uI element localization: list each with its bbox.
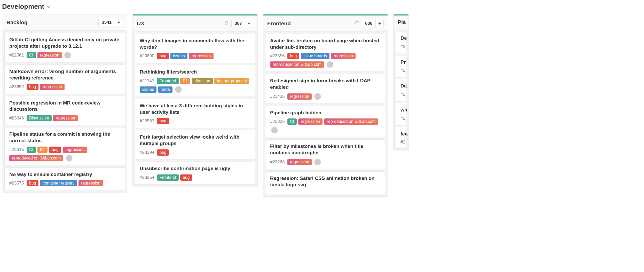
card-meta: #20890bugissuesregression — [140, 53, 250, 59]
board-column: UX387+Why don't images in comments flow … — [132, 14, 258, 187]
label[interactable]: regression — [53, 115, 78, 121]
issue-card[interactable]: Regression: Safari CSS animation broken … — [265, 171, 386, 194]
label[interactable]: regression — [78, 180, 103, 186]
issue-id: #23268 — [270, 159, 285, 165]
card-title: fea — [400, 131, 402, 137]
card-title: Filter by milestones is broken when titl… — [270, 143, 381, 156]
label[interactable]: regression — [63, 147, 87, 153]
caret-down-icon[interactable] — [47, 4, 50, 9]
issue-card[interactable]: fea#2 — [396, 127, 406, 149]
avatar[interactable] — [271, 127, 278, 133]
issue-card[interactable]: Rethinking filters/search#21747FrontendP… — [135, 65, 255, 97]
card-title: No way to enable container registry — [9, 171, 120, 178]
avatar[interactable] — [64, 52, 71, 59]
label[interactable]: CI — [287, 118, 297, 125]
card-title: Redesigned sign in form breaks with LDAP… — [270, 78, 381, 90]
issue-card[interactable]: Fork target selection view looks weird w… — [135, 130, 255, 159]
issue-card[interactable]: Possible regression in MR code-review di… — [4, 96, 125, 125]
avatar[interactable] — [314, 93, 321, 100]
label[interactable]: bug — [180, 174, 192, 181]
label[interactable]: bug — [287, 53, 300, 59]
label[interactable]: Frontend — [157, 174, 179, 181]
add-button[interactable]: + — [245, 19, 253, 28]
label[interactable]: meta — [158, 86, 172, 93]
issue-card[interactable]: Filter by milestones is broken when titl… — [265, 139, 386, 169]
card-title: Pr — [400, 59, 402, 66]
issue-card[interactable]: We have at least 3 different bolding sty… — [135, 99, 255, 128]
label[interactable]: regression — [40, 84, 65, 90]
issue-card[interactable]: Markdown error: wrong number of argument… — [4, 65, 125, 94]
label[interactable]: regression — [189, 53, 214, 59]
label[interactable]: CI — [27, 52, 36, 58]
issue-card[interactable]: De#2 — [396, 31, 406, 53]
issue-id: #23575 — [9, 181, 24, 186]
label[interactable]: Frontend — [157, 78, 179, 84]
column-body: Avatar link broken on board page when ho… — [263, 32, 388, 196]
label[interactable]: direction — [192, 78, 213, 84]
label[interactable]: reproduced on GitLab.com — [9, 155, 63, 161]
column-count: 636 — [362, 19, 376, 28]
issue-id: #22561 — [9, 53, 24, 58]
label[interactable]: regression — [287, 93, 312, 100]
issue-id: #20890 — [140, 53, 154, 59]
card-meta: #22561CIregression — [9, 52, 120, 59]
card-title: Pipeline graph hidden — [270, 110, 381, 116]
label[interactable]: bug — [157, 149, 169, 156]
issue-card[interactable]: Gitlab-CI getting Access denied only on … — [4, 33, 125, 62]
issue-id: #23646 — [9, 116, 24, 121]
issue-card[interactable]: Pipeline graph hidden#23325CIregressionr… — [265, 106, 386, 138]
add-button[interactable]: + — [115, 18, 123, 27]
avatar[interactable] — [327, 61, 333, 68]
label[interactable]: bug — [49, 147, 61, 153]
issue-card[interactable]: Why don't images in comments flow with t… — [135, 34, 255, 63]
issue-card[interactable]: No way to enable container registry#2357… — [4, 167, 125, 190]
board-title[interactable]: Development — [2, 3, 44, 11]
label[interactable]: CI — [27, 147, 36, 153]
column-title: Frontend — [267, 20, 355, 27]
label[interactable]: bug — [27, 180, 39, 186]
issue-card[interactable]: Pr#2 — [396, 55, 406, 77]
trash-icon[interactable] — [224, 20, 229, 27]
label[interactable]: feature proposal — [214, 78, 249, 84]
label[interactable]: bug — [157, 53, 169, 59]
column-body: Gitlab-CI getting Access denied only on … — [2, 31, 127, 192]
card-title: Rethinking filters/search — [140, 69, 250, 75]
issue-card[interactable]: Unsubscribe confirmation page is ugly#23… — [135, 162, 255, 185]
issue-id: #2 — [400, 140, 405, 145]
card-title: Regression: Safari CSS animation broken … — [270, 175, 381, 188]
card-meta: #2 — [400, 116, 402, 121]
card-title: Avatar link broken on board page when ho… — [270, 38, 381, 50]
label[interactable]: reproduced on GitLab.com — [324, 118, 378, 125]
column-header: UX387+ — [133, 15, 257, 32]
card-meta: #2 — [400, 92, 402, 97]
add-button[interactable]: + — [376, 19, 384, 28]
issue-card[interactable]: Avatar link broken on board page when ho… — [265, 34, 386, 72]
label[interactable]: regression — [331, 53, 356, 59]
avatar[interactable] — [175, 86, 182, 93]
label[interactable]: reproduced on GitLab.com — [270, 61, 324, 68]
label[interactable]: issues — [140, 86, 156, 93]
label[interactable]: bug — [157, 118, 169, 124]
card-title: Why don't images in comments flow with t… — [140, 38, 250, 50]
issue-id: #23394 — [140, 150, 154, 155]
label[interactable]: regression — [37, 52, 62, 58]
issue-card[interactable]: Da#2 — [396, 79, 406, 101]
label[interactable]: regression — [287, 159, 312, 165]
label[interactable]: bug — [27, 84, 39, 90]
label[interactable]: issues — [170, 53, 187, 59]
issue-card[interactable]: wh#2 — [396, 103, 406, 125]
label[interactable]: Discussion — [27, 115, 52, 121]
trash-icon[interactable] — [355, 20, 359, 27]
label[interactable]: P1 — [180, 78, 191, 84]
avatar[interactable] — [314, 159, 321, 165]
label[interactable]: regression — [298, 118, 323, 125]
card-meta: #23652bugregression — [9, 84, 120, 90]
issue-id: #2 — [400, 44, 405, 49]
label[interactable]: issue boards — [301, 53, 329, 59]
board-column: Frontend636+Avatar link broken on board … — [263, 14, 388, 197]
issue-card[interactable]: Redesigned sign in form breaks with LDAP… — [265, 74, 386, 103]
issue-card[interactable]: Pipeline status for a commit is showing … — [4, 127, 125, 165]
label[interactable]: P1 — [37, 147, 48, 153]
avatar[interactable] — [66, 155, 73, 162]
label[interactable]: container registry — [40, 180, 77, 186]
